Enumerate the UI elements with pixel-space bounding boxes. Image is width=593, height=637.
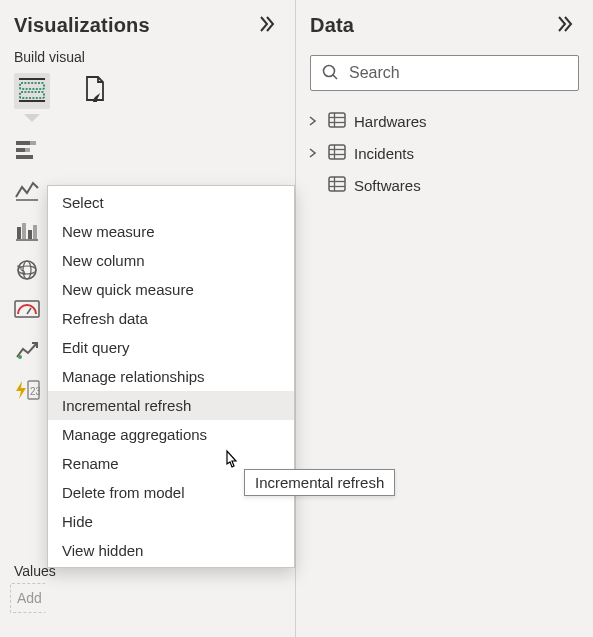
stacked-bar-chart-icon[interactable] bbox=[14, 137, 40, 163]
double-chevron-right-icon bbox=[257, 18, 277, 38]
chevron-right-icon bbox=[306, 148, 320, 158]
svg-line-24 bbox=[333, 75, 337, 79]
map-globe-icon[interactable] bbox=[14, 257, 40, 283]
menu-item-hide[interactable]: Hide bbox=[48, 507, 294, 536]
double-chevron-right-icon bbox=[555, 18, 575, 38]
svg-rect-6 bbox=[16, 148, 25, 152]
table-icon bbox=[328, 112, 346, 131]
tables-tree: Hardwares Incidents Softwares bbox=[296, 99, 593, 201]
fields-search-box[interactable] bbox=[310, 55, 579, 91]
svg-rect-8 bbox=[16, 155, 33, 159]
menu-item-new-column[interactable]: New column bbox=[48, 246, 294, 275]
menu-item-incremental-refresh[interactable]: Incremental refresh bbox=[48, 391, 294, 420]
tooltip: Incremental refresh bbox=[244, 469, 395, 496]
menu-item-view-hidden[interactable]: View hidden bbox=[48, 536, 294, 565]
svg-point-17 bbox=[23, 261, 31, 279]
fields-search-input[interactable] bbox=[347, 63, 568, 83]
svg-rect-13 bbox=[33, 225, 37, 239]
table-context-menu: Select New measure New column New quick … bbox=[47, 185, 295, 568]
svg-rect-25 bbox=[329, 113, 345, 127]
table-label: Softwares bbox=[354, 177, 421, 194]
collapse-visualizations-button[interactable] bbox=[253, 12, 281, 39]
table-row[interactable]: Incidents bbox=[304, 137, 587, 169]
build-visual-tab-fields[interactable] bbox=[14, 73, 50, 109]
menu-item-select[interactable]: Select bbox=[48, 188, 294, 217]
menu-item-new-measure[interactable]: New measure bbox=[48, 217, 294, 246]
data-title: Data bbox=[310, 14, 354, 37]
build-visual-tabs bbox=[0, 69, 295, 121]
power-automate-icon[interactable]: 23 bbox=[14, 377, 40, 403]
table-label: Incidents bbox=[354, 145, 414, 162]
fields-stack-icon bbox=[17, 76, 47, 107]
add-fields-well[interactable]: Add data fields here bbox=[10, 583, 46, 613]
data-pane: Data Hardw bbox=[296, 0, 593, 637]
svg-point-23 bbox=[324, 65, 335, 76]
search-icon bbox=[321, 63, 339, 84]
gauge-chart-icon[interactable] bbox=[14, 297, 40, 323]
svg-rect-29 bbox=[329, 145, 345, 159]
kpi-arrow-icon[interactable] bbox=[14, 337, 40, 363]
svg-rect-7 bbox=[25, 148, 30, 152]
svg-rect-11 bbox=[22, 223, 26, 239]
svg-rect-1 bbox=[20, 83, 44, 89]
svg-rect-4 bbox=[16, 141, 30, 145]
build-visual-label: Build visual bbox=[0, 45, 295, 69]
menu-item-refresh-data[interactable]: Refresh data bbox=[48, 304, 294, 333]
svg-rect-12 bbox=[28, 230, 32, 239]
table-row[interactable]: Hardwares bbox=[304, 105, 587, 137]
format-page-brush-icon bbox=[82, 75, 110, 108]
svg-rect-10 bbox=[17, 227, 21, 239]
svg-text:23: 23 bbox=[30, 386, 40, 397]
visualizations-title: Visualizations bbox=[14, 14, 150, 37]
table-icon bbox=[328, 144, 346, 163]
menu-item-edit-query[interactable]: Edit query bbox=[48, 333, 294, 362]
svg-rect-33 bbox=[329, 177, 345, 191]
collapse-data-button[interactable] bbox=[551, 12, 579, 39]
menu-item-manage-relationships[interactable]: Manage relationships bbox=[48, 362, 294, 391]
svg-rect-2 bbox=[20, 92, 44, 98]
svg-line-19 bbox=[27, 308, 31, 314]
build-visual-tab-format[interactable] bbox=[78, 73, 114, 109]
table-icon bbox=[328, 176, 346, 195]
svg-rect-5 bbox=[30, 141, 36, 145]
clustered-column-chart-icon[interactable] bbox=[14, 217, 40, 243]
svg-point-20 bbox=[18, 355, 22, 359]
table-label: Hardwares bbox=[354, 113, 427, 130]
menu-item-new-quick-measure[interactable]: New quick measure bbox=[48, 275, 294, 304]
chevron-right-icon bbox=[306, 116, 320, 126]
menu-item-manage-aggregations[interactable]: Manage aggregations bbox=[48, 420, 294, 449]
line-chart-icon[interactable] bbox=[14, 177, 40, 203]
table-row[interactable]: Softwares bbox=[304, 169, 587, 201]
